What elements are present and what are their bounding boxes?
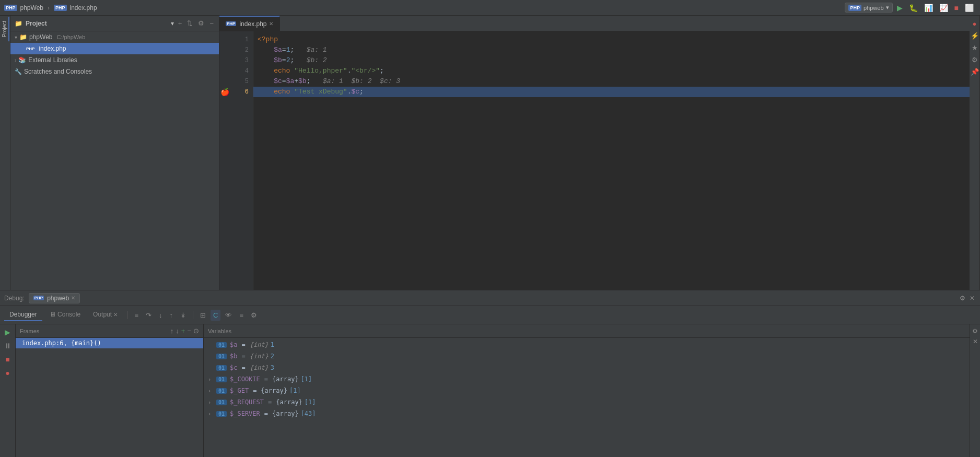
line-num-1: 1 — [230, 34, 249, 45]
var-row-c[interactable]: 01 $c = {int} 3 — [204, 362, 970, 373]
title-bar-right: PHP phpweb ▾ ▶ 🐛 📊 📈 ■ ⬜ — [845, 3, 976, 13]
ext-libs-chevron: › — [15, 57, 16, 63]
debug-settings-btn[interactable]: ⚙ — [959, 294, 966, 303]
var-row-request[interactable]: › 01 $_REQUEST = {array} [1] — [204, 396, 970, 408]
debug-run-button[interactable]: 🐛 — [907, 3, 920, 13]
code-line-6: echo "Test xDebug".$c; — [253, 87, 970, 97]
stop-button[interactable]: ■ — [952, 3, 961, 13]
tab-php-badge: PHP — [226, 21, 236, 26]
debug-toolbar-sep2 — [193, 311, 193, 319]
index-php-badge: PHP — [25, 46, 36, 51]
var-row-cookie[interactable]: › 01 $_COOKIE = {array} [1] — [204, 373, 970, 385]
token-5-5: $b — [298, 76, 307, 87]
debug-tool-settings-btn[interactable]: ⚙ — [248, 310, 260, 321]
var-server-expand: › — [208, 411, 214, 417]
debug-right-settings[interactable]: ⚙ — [971, 326, 979, 336]
project-minimize-button[interactable]: − — [208, 18, 215, 28]
tree-item-phpweb[interactable]: ▾ 📁 phpWeb C:/phpWeb — [10, 31, 219, 43]
line-numbers: 1 2 3 4 5 6 — [230, 31, 253, 290]
debug-tool-mute-breakpoints-btn[interactable]: C — [211, 310, 220, 321]
debug-tool-step-out-btn[interactable]: ↑ — [167, 310, 176, 321]
fav-circle-btn[interactable]: ● — [973, 20, 977, 28]
debug-pause-btn[interactable]: ⏸ — [3, 340, 13, 351]
token-6-4: . — [347, 87, 352, 97]
debug-stop-btn[interactable]: ■ — [4, 354, 11, 365]
debug-session-close[interactable]: ✕ — [71, 295, 75, 301]
fav-gear-btn[interactable]: ⚙ — [972, 56, 978, 64]
project-panel-header: 📁 Project ▾ + ⇅ ⚙ − — [10, 16, 219, 31]
line-num-3: 3 — [230, 55, 249, 66]
profile-button[interactable]: 📈 — [937, 3, 950, 13]
sidebar-item-project[interactable]: Project — [1, 17, 9, 41]
var-row-b[interactable]: 01 $b = {int} 2 — [204, 350, 970, 362]
token-2-2: = — [282, 45, 286, 55]
debug-session-name: phpweb — [47, 295, 69, 302]
debug-rerun-btn[interactable]: ● — [4, 367, 11, 379]
debug-content: ▶ ⏸ ■ ● Frames ↑ ↓ + − ⊙ index.php:6, {m… — [0, 324, 980, 457]
frames-header-label: Frames — [20, 328, 168, 334]
debug-tool-step-over-btn[interactable]: ↷ — [143, 310, 154, 321]
var-row-server[interactable]: › 01 $_SERVER = {array} [43] — [204, 408, 970, 419]
debug-tool-watch-btn[interactable]: 👁 — [223, 310, 235, 321]
token-4-5: "<br/>" — [351, 66, 380, 76]
code-content[interactable]: <?php $a=1; $a: 1 $b=2; $b: 2 echo "Hell… — [253, 31, 970, 290]
debug-session-tab[interactable]: PHP phpweb ✕ — [29, 293, 80, 303]
debug-tool-evaluate-btn[interactable]: ⊞ — [197, 310, 208, 321]
frames-up-btn[interactable]: ↑ — [170, 327, 174, 335]
tab-close-icon[interactable]: ✕ — [269, 21, 273, 27]
variables-list: 01 $a = {int} 1 01 $b = {int} 2 — [204, 338, 970, 457]
frames-minus-btn2[interactable]: − — [187, 327, 191, 335]
debug-close-btn[interactable]: ✕ — [969, 294, 976, 303]
fav-pin-btn[interactable]: 📌 — [971, 68, 979, 76]
frames-copy-btn[interactable]: ⊙ — [193, 327, 199, 335]
frames-add-btn2[interactable]: + — [181, 327, 185, 335]
token-2-1: $a — [274, 45, 282, 55]
frames-list: index.php:6, {main}() — [16, 338, 203, 457]
output-tab-close[interactable]: ✕ — [113, 312, 118, 318]
var-request-type: {array} — [276, 399, 302, 406]
debug-tab-debugger[interactable]: Debugger — [4, 309, 42, 321]
debug-right-close[interactable]: ✕ — [972, 337, 979, 346]
token-6-5: $c — [351, 87, 359, 97]
token-3-2: = — [282, 55, 286, 66]
var-request-name: $_REQUEST — [230, 399, 264, 406]
output-tab-label: Output — [93, 311, 112, 318]
title-bar: PHP phpWeb › PHP index.php PHP phpweb ▾ … — [0, 0, 980, 16]
debug-resume-btn[interactable]: ▶ — [3, 326, 12, 338]
line-num-2: 2 — [230, 45, 249, 55]
editor-tab-index-php[interactable]: PHP index.php ✕ — [219, 16, 280, 31]
debug-tab-output[interactable]: Output ✕ — [88, 309, 123, 321]
debug-tool-step-into-btn[interactable]: ↓ — [156, 310, 165, 321]
var-request-size: [1] — [305, 399, 316, 406]
coverage-button[interactable]: 📊 — [922, 3, 935, 13]
maximize-button[interactable]: ⬜ — [963, 3, 976, 13]
var-get-expand: › — [208, 388, 214, 394]
project-add-button[interactable]: + — [177, 18, 183, 28]
debug-tab-console[interactable]: 🖥 Console — [44, 309, 86, 321]
fav-star-btn[interactable]: ★ — [972, 44, 978, 52]
editor-tabs: PHP index.php ✕ — [219, 16, 970, 31]
token-5-0 — [258, 76, 274, 87]
debug-tool-thread-btn[interactable]: ≡ — [237, 310, 246, 321]
var-row-a[interactable]: 01 $a = {int} 1 — [204, 339, 970, 350]
token-4-1: echo — [274, 66, 290, 76]
token-4-3: "Hello,phper" — [294, 66, 347, 76]
frames-down-btn[interactable]: ↓ — [176, 327, 179, 335]
frame-item-0[interactable]: index.php:6, {main}() — [16, 338, 203, 348]
tree-item-scratches[interactable]: 🔧 Scratches and Consoles — [10, 66, 219, 77]
tree-item-ext-libs[interactable]: › 📚 External Libraries — [10, 54, 219, 66]
project-settings-button[interactable]: ⚙ — [197, 18, 205, 28]
fav-lightning-btn[interactable]: ⚡ — [971, 32, 979, 40]
debug-tool-run-to-cursor-btn[interactable]: ↡ — [178, 310, 189, 321]
run-button[interactable]: ▶ — [895, 3, 905, 13]
var-cookie-size: [1] — [301, 376, 312, 383]
project-sync-button[interactable]: ⇅ — [186, 18, 194, 28]
var-row-get[interactable]: › 01 $_GET = {array} [1] — [204, 385, 970, 396]
editor-area: PHP index.php ✕ 🍎 1 2 3 4 — [219, 16, 970, 290]
debug-panel: Debug: PHP phpweb ✕ ⚙ ✕ Debugger 🖥 Conso… — [0, 290, 980, 457]
run-config-selector[interactable]: PHP phpweb ▾ — [845, 3, 892, 13]
code-line-3: $b=2; $b: 2 — [253, 55, 970, 66]
left-sidebar-strip: Project — [0, 16, 10, 290]
debug-tool-list-btn[interactable]: ≡ — [132, 310, 141, 321]
tree-item-index-php[interactable]: PHP index.php — [10, 43, 219, 54]
